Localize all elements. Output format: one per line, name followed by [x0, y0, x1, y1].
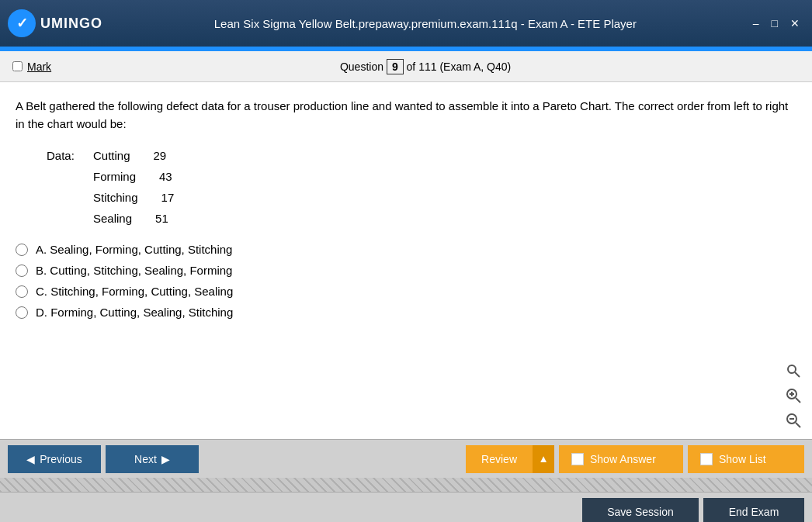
question-number: 9	[387, 59, 404, 74]
data-item-stitching-value: 17	[161, 187, 175, 208]
data-item-sealing: Sealing 51	[93, 208, 174, 229]
svg-line-1	[795, 372, 800, 377]
question-total: of 111 (Exam A, Q40)	[407, 60, 512, 73]
zoom-out-icon[interactable]	[783, 410, 804, 431]
divider-hatch	[0, 478, 812, 492]
review-dropdown-icon: ▲	[538, 453, 548, 465]
svg-line-3	[796, 398, 800, 403]
window-controls: – □ ✕	[748, 16, 804, 31]
option-a-text: A. Sealing, Forming, Cutting, Stitching	[36, 243, 232, 256]
option-b-text: B. Cutting, Stitching, Sealing, Forming	[36, 264, 232, 277]
mark-input[interactable]	[12, 61, 23, 71]
very-bottom-bar: Save Session End Exam	[0, 492, 812, 522]
side-icons	[783, 360, 804, 431]
show-answer-button[interactable]: Show Answer	[559, 445, 683, 473]
show-list-label: Show List	[719, 453, 766, 465]
data-item-cutting-name: Cutting	[93, 145, 130, 166]
data-item-stitching-name: Stitching	[93, 187, 138, 208]
options: A. Sealing, Forming, Cutting, Stitching …	[16, 243, 796, 319]
data-table: Data: Cutting 29 Forming 43 Stitching 17…	[47, 145, 796, 229]
data-item-cutting: Cutting 29	[93, 145, 174, 166]
bottom-bar: ◀ Previous Next ▶ Review ▲ Show Answer S…	[0, 439, 812, 478]
option-a-radio[interactable]	[16, 244, 28, 256]
logo-icon: ✓	[8, 9, 36, 37]
next-arrow-icon: ▶	[161, 453, 170, 465]
show-list-button[interactable]: Show List	[688, 445, 804, 473]
show-list-checkbox-icon	[700, 453, 713, 465]
main-content: A Belt gathered the following defect dat…	[0, 82, 812, 439]
review-container: Review ▲	[466, 445, 554, 473]
previous-arrow-icon: ◀	[26, 453, 35, 465]
option-d-radio[interactable]	[16, 306, 28, 319]
save-session-button[interactable]: Save Session	[582, 498, 699, 523]
question-label: Question	[340, 60, 383, 73]
review-label: Review	[481, 453, 517, 465]
minimize-button[interactable]: –	[748, 16, 764, 31]
review-button[interactable]: Review	[466, 445, 533, 473]
svg-point-0	[788, 365, 796, 373]
mark-label: Mark	[27, 60, 51, 73]
data-item-sealing-value: 51	[155, 208, 168, 229]
option-c-radio[interactable]	[16, 285, 28, 298]
option-c[interactable]: C. Stitching, Forming, Cutting, Sealing	[16, 285, 796, 298]
maximize-button[interactable]: □	[767, 16, 783, 31]
logo: ✓ UMINGO	[8, 9, 102, 37]
data-item-sealing-name: Sealing	[93, 208, 132, 229]
next-button[interactable]: Next ▶	[106, 445, 199, 473]
option-d[interactable]: D. Forming, Cutting, Sealing, Stitching	[16, 306, 796, 319]
option-c-text: C. Stitching, Forming, Cutting, Sealing	[36, 285, 233, 298]
previous-label: Previous	[40, 453, 82, 465]
option-b[interactable]: B. Cutting, Stitching, Sealing, Forming	[16, 264, 796, 277]
data-item-forming-name: Forming	[93, 166, 136, 187]
show-answer-label: Show Answer	[590, 453, 656, 465]
data-item-cutting-value: 29	[154, 145, 167, 166]
title-bar: ✓ UMINGO Lean Six Sigma Yellow Belt.prep…	[0, 0, 812, 47]
mark-checkbox[interactable]: Mark	[12, 60, 51, 73]
window-title: Lean Six Sigma Yellow Belt.prepaway.prem…	[102, 17, 748, 30]
next-label: Next	[134, 453, 157, 465]
end-exam-button[interactable]: End Exam	[703, 498, 804, 523]
data-item-stitching: Stitching 17	[93, 187, 174, 208]
question-info: Question 9 of 111 (Exam A, Q40)	[51, 59, 800, 74]
option-b-radio[interactable]	[16, 264, 28, 277]
previous-button[interactable]: ◀ Previous	[8, 445, 101, 473]
logo-text: UMINGO	[40, 16, 102, 32]
data-item-forming-value: 43	[159, 166, 172, 187]
option-d-text: D. Forming, Cutting, Sealing, Stitching	[36, 306, 233, 319]
svg-line-7	[796, 423, 800, 427]
review-dropdown-button[interactable]: ▲	[533, 445, 554, 473]
show-answer-checkbox-icon	[571, 453, 584, 465]
question-text: A Belt gathered the following defect dat…	[16, 98, 796, 133]
data-label: Data:	[47, 145, 85, 229]
data-item-forming: Forming 43	[93, 166, 174, 187]
toolbar: Mark Question 9 of 111 (Exam A, Q40)	[0, 51, 812, 82]
search-icon[interactable]	[783, 360, 804, 382]
close-button[interactable]: ✕	[786, 16, 804, 31]
option-a[interactable]: A. Sealing, Forming, Cutting, Stitching	[16, 243, 796, 256]
zoom-in-icon[interactable]	[783, 385, 804, 406]
